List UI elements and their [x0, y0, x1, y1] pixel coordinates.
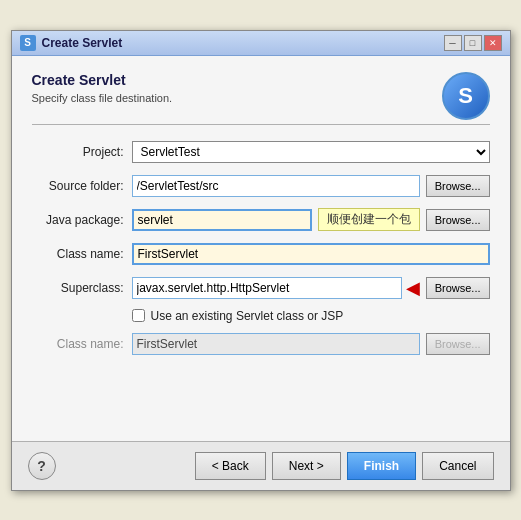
logo-icon: S: [442, 72, 490, 120]
source-folder-label: Source folder:: [32, 179, 132, 193]
close-button[interactable]: ✕: [484, 35, 502, 51]
superclass-label: Superclass:: [32, 281, 132, 295]
red-arrow-icon: ◀: [406, 277, 420, 299]
existing-servlet-checkbox[interactable]: [132, 309, 145, 322]
next-button[interactable]: Next >: [272, 452, 341, 480]
help-button[interactable]: ?: [28, 452, 56, 480]
project-row: Project: ServletTest: [32, 139, 490, 165]
superclass-row: Superclass: ◀ Browse...: [32, 275, 490, 301]
project-label: Project:: [32, 145, 132, 159]
bottom-right-buttons: < Back Next > Finish Cancel: [195, 452, 494, 480]
superclass-browse-button[interactable]: Browse...: [426, 277, 490, 299]
class-name2-label: Class name:: [32, 337, 132, 351]
dialog-header-text: Create Servlet Specify class file destin…: [32, 72, 173, 120]
checkbox-container: Use an existing Servlet class or JSP: [132, 309, 344, 323]
dialog-header: Create Servlet Specify class file destin…: [32, 72, 490, 120]
class-name-input[interactable]: [132, 243, 490, 265]
dialog-title: Create Servlet: [32, 72, 173, 88]
cancel-button[interactable]: Cancel: [422, 452, 493, 480]
class-name-label: Class name:: [32, 247, 132, 261]
title-bar-left: S Create Servlet: [20, 35, 123, 51]
dialog-subtitle: Specify class file destination.: [32, 92, 173, 104]
maximize-button[interactable]: □: [464, 35, 482, 51]
title-bar: S Create Servlet ─ □ ✕: [12, 31, 510, 56]
source-folder-row: Source folder: Browse...: [32, 173, 490, 199]
class-name-row: Class name:: [32, 241, 490, 267]
main-window: S Create Servlet ─ □ ✕ Create Servlet Sp…: [11, 30, 511, 491]
tooltip-box: 顺便创建一个包: [318, 208, 420, 231]
spacer: [32, 365, 490, 425]
window-icon: S: [20, 35, 36, 51]
dialog-content: Create Servlet Specify class file destin…: [12, 56, 510, 441]
class-name2-browse-button[interactable]: Browse...: [426, 333, 490, 355]
java-package-row: Java package: 顺便创建一个包 Browse...: [32, 207, 490, 233]
java-package-label: Java package:: [32, 213, 132, 227]
finish-button[interactable]: Finish: [347, 452, 416, 480]
minimize-button[interactable]: ─: [444, 35, 462, 51]
window-title: Create Servlet: [42, 36, 123, 50]
checkbox-row: Use an existing Servlet class or JSP: [32, 309, 490, 323]
back-button[interactable]: < Back: [195, 452, 266, 480]
source-folder-browse-button[interactable]: Browse...: [426, 175, 490, 197]
title-bar-buttons: ─ □ ✕: [444, 35, 502, 51]
java-package-input[interactable]: [132, 209, 312, 231]
bottom-bar: ? < Back Next > Finish Cancel: [12, 441, 510, 490]
class-name2-input[interactable]: [132, 333, 420, 355]
project-select[interactable]: ServletTest: [132, 141, 490, 163]
java-package-browse-button[interactable]: Browse...: [426, 209, 490, 231]
checkbox-label: Use an existing Servlet class or JSP: [151, 309, 344, 323]
separator: [32, 124, 490, 125]
source-folder-input[interactable]: [132, 175, 420, 197]
superclass-input[interactable]: [132, 277, 402, 299]
class-name2-row: Class name: Browse...: [32, 331, 490, 357]
